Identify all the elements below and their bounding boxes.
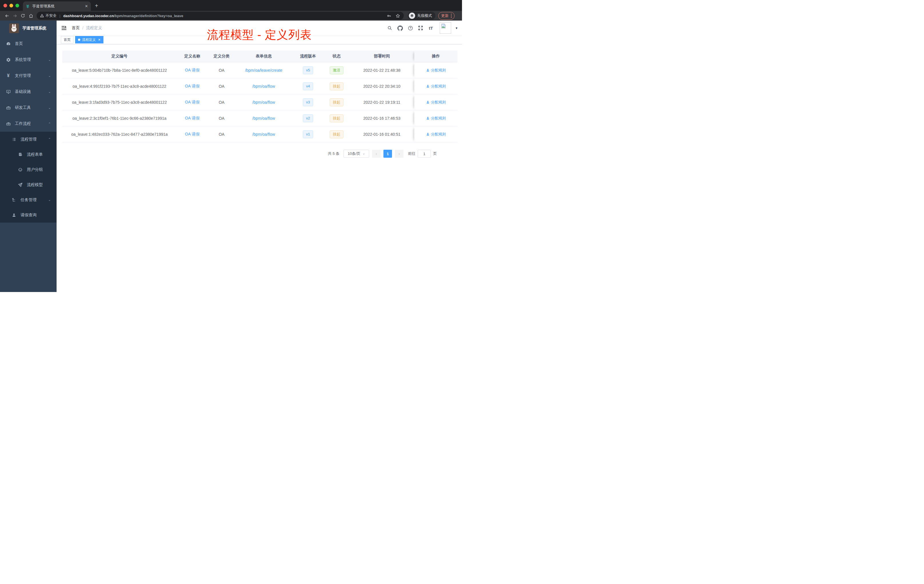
sidebar-fold-icon[interactable] (61, 25, 67, 31)
person-icon (426, 132, 430, 136)
assign-rule-label: 分配规则 (431, 84, 446, 89)
forward-icon[interactable] (11, 12, 19, 20)
home-icon[interactable] (27, 12, 35, 20)
assign-rule-button[interactable]: 分配规则 (426, 116, 446, 121)
page-content: 定义编号 定义名称 定义分类 表单信息 流程版本 状态 部署时间 操作 oa_l… (56, 44, 462, 158)
dashboard-icon (6, 41, 11, 46)
table-row: oa_leave:1:482ec033-762a-11ec-8477-a2380… (62, 126, 457, 142)
incognito-icon (409, 13, 415, 19)
form-link[interactable]: /bpm/oa/flow (252, 116, 275, 120)
avatar[interactable] (440, 22, 451, 34)
assign-rule-button[interactable]: 分配规则 (426, 132, 446, 137)
cell-category: OA (208, 62, 235, 78)
help-icon[interactable] (407, 24, 414, 32)
github-icon[interactable] (396, 24, 404, 32)
sidebar-item-infrastructure[interactable]: 基础设施 ⌄ (0, 84, 56, 100)
bookmark-star-icon[interactable] (396, 13, 400, 18)
table-row: oa_leave:5:004b710b-7b8a-11ec-8ef0-acde4… (62, 62, 457, 78)
search-icon[interactable] (386, 24, 393, 32)
col-header-deploy-time: 部署时间 (350, 51, 414, 62)
chevron-down-icon: ⌄ (48, 198, 51, 202)
chevron-up-icon: ⌃ (48, 122, 51, 126)
sidebar-item-dev-tools[interactable]: 研发工具 ⌄ (0, 100, 56, 116)
close-window-button[interactable] (3, 4, 7, 7)
tag-home[interactable]: 首页 (61, 36, 73, 43)
font-size-icon[interactable]: tT (427, 24, 435, 32)
sidebar-item-payment[interactable]: ¥ 支付管理 ⌄ (0, 68, 56, 84)
tab-close-icon[interactable]: ✕ (85, 4, 88, 8)
paper-plane-icon (18, 183, 23, 187)
tag-label: 首页 (64, 38, 71, 42)
sidebar-item-label: 系统管理 (15, 57, 44, 62)
cell-definition-id: oa_leave:4:991f2193-7b7f-11ec-a3c8-acde4… (62, 78, 177, 94)
menu-kebab-icon[interactable] (451, 14, 452, 18)
not-secure-label: 不安全 (45, 13, 56, 18)
sidebar-item-label: 请假查询 (21, 213, 51, 218)
fullscreen-icon[interactable] (417, 24, 424, 32)
status-badge: 挂起 (330, 130, 343, 138)
assign-rule-label: 分配规则 (431, 132, 446, 137)
version-badge: v1 (303, 130, 313, 138)
assign-rule-label: 分配规则 (431, 68, 446, 73)
breadcrumb-current: 流程定义 (86, 25, 102, 31)
new-tab-button[interactable]: + (95, 3, 98, 9)
definition-name-link[interactable]: OA 请假 (185, 84, 200, 89)
browser-tab[interactable]: 芋道管理系统 ✕ (23, 2, 91, 11)
chevron-down-icon: ⌄ (48, 90, 51, 94)
cell-category: OA (208, 126, 235, 142)
sidebar-item-system[interactable]: 系统管理 ⌄ (0, 52, 56, 68)
reload-icon[interactable] (19, 12, 27, 20)
browser-update-menu[interactable]: 更新 (438, 12, 455, 20)
form-link[interactable]: /bpm/oa/flow (252, 84, 275, 89)
definition-name-link[interactable]: OA 请假 (185, 100, 200, 105)
list-tree-icon (12, 137, 16, 142)
sidebar: 芋道管理系统 首页 系统管理 ⌄ ¥ 支付管理 ⌄ 基础设施 ⌄ (0, 21, 56, 292)
assign-rule-button[interactable]: 分配规则 (426, 68, 446, 73)
sidebar-item-user-group[interactable]: 用户分组 (0, 162, 56, 177)
cell-category: OA (208, 78, 235, 94)
page-size-select[interactable]: 10条/页 ∨ (343, 150, 369, 158)
definition-name-link[interactable]: OA 请假 (185, 132, 200, 137)
sidebar-logo[interactable]: 芋道管理系统 (0, 21, 56, 36)
tag-close-icon[interactable]: ✕ (98, 38, 101, 42)
definition-name-link[interactable]: OA 请假 (185, 68, 200, 73)
workflow-submenu: 流程管理 ⌃ 流程表单 用户分组 流程模型 任务 (0, 132, 56, 223)
next-page-button[interactable]: › (395, 150, 403, 158)
page-number-1[interactable]: 1 (383, 150, 392, 158)
back-icon[interactable] (3, 12, 11, 20)
sidebar-item-leave-query[interactable]: 请假查询 (0, 208, 56, 223)
zoom-window-button[interactable] (15, 4, 19, 7)
goto-page-input[interactable] (418, 150, 431, 158)
col-header-form-info: 表单信息 (235, 51, 292, 62)
sidebar-item-task-management[interactable]: 任务管理 ⌄ (0, 192, 56, 208)
password-key-icon[interactable] (386, 13, 391, 18)
assign-rule-button[interactable]: 分配规则 (426, 100, 446, 105)
sidebar-item-process-form[interactable]: 流程表单 (0, 147, 56, 162)
breadcrumb-home[interactable]: 首页 (72, 25, 80, 31)
cell-deploy-time: 2022-01-22 19:19:11 (350, 94, 414, 110)
form-link[interactable]: /bpm/oa/flow (252, 100, 275, 105)
sidebar-item-label: 流程模型 (27, 182, 51, 187)
form-link[interactable]: /bpm/oa/flow (252, 132, 275, 137)
definition-table: 定义编号 定义名称 定义分类 表单信息 流程版本 状态 部署时间 操作 oa_l… (62, 51, 457, 142)
org-tree-icon (12, 198, 16, 202)
sidebar-item-process-model[interactable]: 流程模型 (0, 177, 56, 192)
definition-name-link[interactable]: OA 请假 (185, 116, 200, 121)
url-bar[interactable]: 不安全 | dashboard.yudao.iocoder.cn/bpm/man… (36, 12, 404, 20)
status-badge: 挂起 (330, 114, 343, 122)
chevron-down-icon: ⌄ (48, 58, 51, 62)
tag-process-definition[interactable]: 流程定义 ✕ (75, 36, 104, 43)
sidebar-item-label: 工作流程 (15, 121, 44, 126)
prev-page-button[interactable]: ‹ (372, 150, 381, 158)
not-secure-badge[interactable]: 不安全 (40, 13, 56, 18)
sidebar-item-workflow[interactable]: 工作流程 ⌃ (0, 116, 56, 132)
caret-down-icon[interactable]: ▼ (455, 26, 458, 30)
sidebar-item-home[interactable]: 首页 (0, 36, 56, 52)
form-link[interactable]: /bpm/oa/leave/create (245, 68, 282, 73)
minimize-window-button[interactable] (10, 4, 13, 7)
assign-rule-label: 分配规则 (431, 116, 446, 121)
sidebar-item-process-management[interactable]: 流程管理 ⌃ (0, 132, 56, 147)
assign-rule-button[interactable]: 分配规则 (426, 84, 446, 89)
sidebar-item-label: 支付管理 (15, 73, 44, 78)
chevron-up-icon: ⌃ (48, 137, 51, 141)
